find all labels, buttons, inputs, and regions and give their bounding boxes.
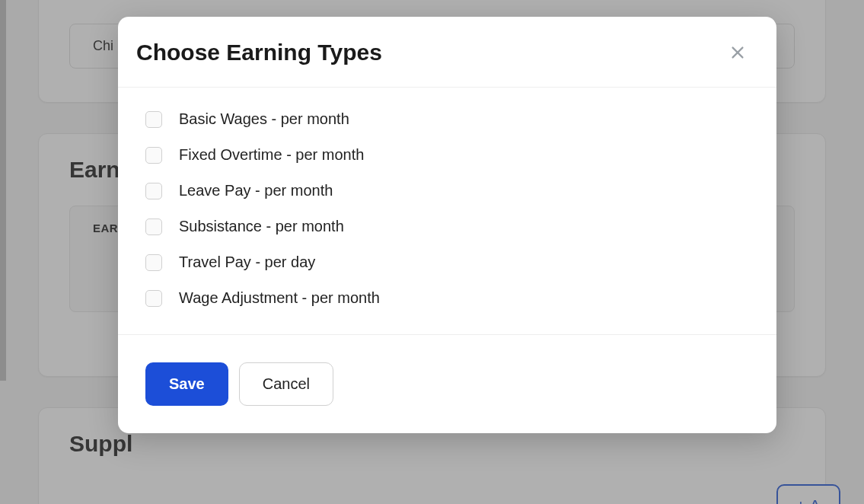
- earning-option-label[interactable]: Wage Adjustment - per month: [179, 289, 380, 307]
- close-button[interactable]: [726, 41, 749, 64]
- close-icon: [729, 44, 746, 61]
- save-button[interactable]: Save: [145, 362, 228, 406]
- modal-header: Choose Earning Types: [118, 17, 776, 88]
- earning-option-label[interactable]: Subsistance - per month: [179, 218, 344, 235]
- modal-title: Choose Earning Types: [136, 40, 382, 65]
- earning-option-row[interactable]: Wage Adjustment - per month: [145, 289, 749, 307]
- checkbox[interactable]: [145, 147, 162, 164]
- modal-body: Basic Wages - per month Fixed Overtime -…: [118, 88, 776, 334]
- earning-option-label[interactable]: Leave Pay - per month: [179, 182, 333, 199]
- earning-option-label[interactable]: Basic Wages - per month: [179, 110, 349, 128]
- checkbox[interactable]: [145, 290, 162, 307]
- checkbox[interactable]: [145, 183, 162, 199]
- cancel-button[interactable]: Cancel: [239, 362, 333, 406]
- earning-option-row[interactable]: Leave Pay - per month: [145, 182, 749, 199]
- checkbox[interactable]: [145, 219, 162, 235]
- modal-footer: Save Cancel: [118, 334, 776, 433]
- earning-option-row[interactable]: Travel Pay - per day: [145, 254, 749, 271]
- earning-option-label[interactable]: Fixed Overtime - per month: [179, 146, 364, 164]
- earning-option-label[interactable]: Travel Pay - per day: [179, 254, 315, 271]
- earning-option-row[interactable]: Basic Wages - per month: [145, 110, 749, 128]
- earning-option-row[interactable]: Subsistance - per month: [145, 218, 749, 235]
- checkbox[interactable]: [145, 254, 162, 271]
- checkbox[interactable]: [145, 111, 162, 128]
- choose-earning-types-modal: Choose Earning Types Basic Wages - per m…: [118, 17, 776, 433]
- earning-option-row[interactable]: Fixed Overtime - per month: [145, 146, 749, 164]
